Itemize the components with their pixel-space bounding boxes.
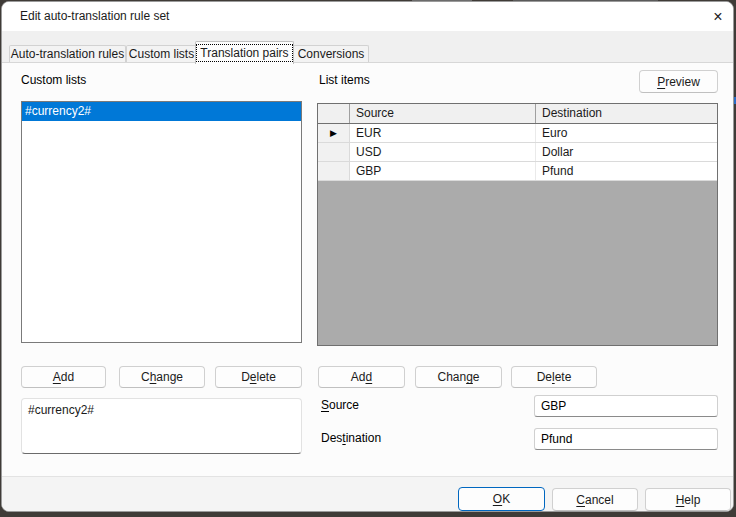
dialog-title: Edit auto-translation rule set (20, 2, 169, 31)
cell-destination[interactable]: Euro (536, 124, 717, 142)
cell-source[interactable]: GBP (350, 162, 536, 180)
row-selector-cell[interactable] (318, 143, 350, 161)
grid-row-selector-header[interactable] (318, 104, 350, 123)
list-items-delete-button[interactable]: Delete (511, 366, 597, 388)
tab-label: Translation pairs (198, 46, 290, 60)
custom-lists-delete-button[interactable]: Delete (215, 366, 302, 388)
custom-list-name-editor[interactable]: #currency2# (21, 398, 302, 454)
table-row[interactable]: ▶ EUR Euro (318, 124, 717, 143)
table-row[interactable]: USD Dollar (318, 143, 717, 162)
translation-pairs-grid[interactable]: Source Destination ▶ EUR Euro USD Dollar… (317, 103, 718, 346)
list-items-add-button[interactable]: Add (318, 366, 405, 388)
cell-source[interactable]: USD (350, 143, 536, 161)
ok-button[interactable]: OK (458, 487, 545, 511)
title-bar: Edit auto-translation rule set × (2, 2, 733, 31)
tab-conversions[interactable]: Conversions (293, 45, 369, 62)
tab-label: Custom lists (129, 47, 194, 61)
edit-auto-translation-rule-set-dialog: Edit auto-translation rule set × Auto-tr… (1, 1, 734, 512)
list-item-currency2[interactable]: #currency2# (22, 102, 301, 121)
source-input[interactable] (534, 395, 718, 417)
custom-lists-heading: Custom lists (21, 73, 86, 87)
tab-auto-translation-rules[interactable]: Auto-translation rules (9, 45, 126, 62)
preview-button[interactable]: Preview (639, 70, 718, 93)
grid-column-header-destination[interactable]: Destination (536, 104, 717, 123)
cell-destination[interactable]: Dollar (536, 143, 717, 161)
custom-lists-change-button[interactable]: Change (119, 366, 205, 388)
tab-custom-lists[interactable]: Custom lists (126, 45, 197, 62)
tab-translation-pairs[interactable]: Translation pairs (195, 41, 294, 64)
list-items-change-button[interactable]: Change (415, 366, 502, 388)
destination-input[interactable] (534, 428, 718, 450)
custom-lists-add-button[interactable]: Add (21, 366, 106, 388)
tab-label: Auto-translation rules (11, 47, 124, 61)
cell-destination[interactable]: Pfund (536, 162, 717, 180)
tab-label: Conversions (298, 47, 365, 61)
help-button[interactable]: Help (645, 488, 731, 511)
close-button[interactable]: × (705, 4, 731, 29)
grid-header-row: Source Destination (318, 104, 717, 124)
table-row[interactable]: GBP Pfund (318, 162, 717, 181)
cell-source[interactable]: EUR (350, 124, 536, 142)
custom-lists-listbox[interactable]: #currency2# (21, 101, 302, 343)
current-row-marker-cell[interactable]: ▶ (318, 124, 350, 142)
close-icon: × (713, 8, 722, 26)
list-items-heading: List items (319, 73, 370, 87)
source-label: Source (321, 398, 359, 412)
current-row-arrow-icon: ▶ (330, 129, 337, 138)
cancel-button[interactable]: Cancel (552, 488, 638, 511)
grid-column-header-source[interactable]: Source (350, 104, 536, 123)
row-selector-cell[interactable] (318, 162, 350, 180)
destination-label: Destination (321, 431, 381, 445)
